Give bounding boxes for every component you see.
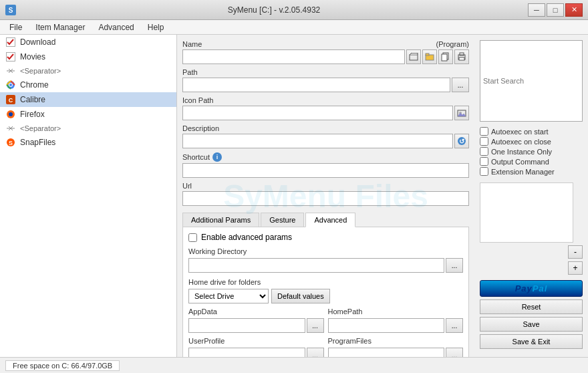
programfiles-browse-btn[interactable]: ... [446, 348, 463, 357]
homepath-input[interactable] [328, 318, 445, 333]
sidebar-item-calibre[interactable]: C Calibre [0, 92, 176, 107]
description-label: Description [182, 124, 469, 132]
select-drive[interactable]: Select Drive [188, 289, 269, 303]
menu-help[interactable]: Help [141, 21, 171, 33]
main-content: Download Movies <Separator> [0, 35, 588, 357]
url-label: Url [182, 182, 469, 190]
menu-item-manager[interactable]: Item Manager [29, 21, 92, 33]
menu-advanced[interactable]: Advanced [92, 21, 140, 33]
tab-advanced[interactable]: Advanced [305, 213, 355, 227]
working-dir-row: ... [188, 258, 463, 273]
autoexec-start-checkbox[interactable] [480, 127, 488, 136]
appdata-group: AppData ... [188, 307, 324, 333]
name-folder-icon-btn[interactable] [422, 49, 437, 64]
menu-file[interactable]: File [3, 21, 29, 33]
tab-additional-params[interactable]: Additional Params [182, 213, 259, 227]
appdata-input[interactable] [188, 318, 305, 333]
programfiles-group: ProgramFiles ... [328, 337, 464, 357]
working-dir-browse-btn[interactable]: ... [446, 258, 463, 273]
sidebar-label-movies: Movies [20, 52, 45, 61]
extension-manager-checkbox[interactable] [480, 167, 488, 176]
sidebar-separator-1: <Separator> [0, 64, 176, 78]
appdata-browse-btn[interactable]: ... [307, 318, 324, 333]
plus-btn[interactable]: + [568, 261, 583, 275]
one-instance-label: One Instance Only [491, 148, 552, 156]
output-command-checkbox[interactable] [480, 157, 488, 166]
description-input-row: ↺ [182, 134, 469, 148]
paypal-btn[interactable]: PayPal [480, 280, 583, 297]
svg-point-13 [9, 112, 13, 116]
output-command-option: Output Command [480, 157, 583, 166]
search-input[interactable] [480, 40, 583, 122]
userprofile-browse-btn[interactable]: ... [307, 348, 324, 357]
svg-rect-26 [459, 57, 464, 60]
reset-btn[interactable]: Reset [480, 299, 583, 314]
working-dir-input[interactable] [188, 258, 444, 273]
programfiles-label: ProgramFiles [328, 337, 464, 345]
programfiles-input-row: ... [328, 348, 464, 357]
svg-rect-21 [426, 53, 429, 55]
home-drive-section: Home drive for folders Select Drive Defa… [188, 278, 463, 303]
one-instance-checkbox[interactable] [480, 147, 488, 156]
sidebar-item-snapfiles[interactable]: S SnapFiles [0, 135, 176, 150]
tabs: Additional Params Gesture Advanced [182, 213, 469, 227]
sidebar-item-download[interactable]: Download [0, 35, 176, 49]
appdata-input-row: ... [188, 318, 324, 333]
extension-manager-option: Extension Manager [480, 167, 583, 176]
icon-path-input[interactable]: .\Icons\calibre.exe.ico [182, 106, 453, 120]
homepath-browse-btn[interactable]: ... [446, 318, 463, 333]
maximize-button[interactable]: □ [547, 3, 564, 17]
name-copy-icon-btn[interactable] [438, 49, 453, 64]
description-action-btn[interactable]: ↺ [454, 134, 469, 148]
window-controls: ─ □ ✕ [528, 3, 583, 17]
status-bar: Free space on C: 66.4/97.0GB [0, 357, 588, 373]
home-drive-label: Home drive for folders [188, 278, 463, 286]
save-btn[interactable]: Save [480, 317, 583, 332]
autoexec-close-checkbox[interactable] [480, 137, 488, 146]
sidebar-item-movies[interactable]: Movies [0, 49, 176, 64]
homepath-input-row: ... [328, 318, 464, 333]
icon-browse-btn[interactable] [454, 106, 469, 120]
center-panel: SyMenu Files Name (Program) Calibre [177, 35, 474, 357]
programfiles-input[interactable] [328, 348, 445, 357]
enable-advanced-row: Enable advanced params [188, 233, 463, 242]
url-row: Url [182, 182, 469, 206]
path-input[interactable]: ..\..\..\..\Program Files\Calibre2\calib… [182, 78, 450, 92]
name-input[interactable]: Calibre [182, 49, 405, 64]
autoexec-close-label: Autoexec on close [491, 138, 551, 146]
url-input[interactable] [182, 191, 469, 206]
save-exit-btn[interactable]: Save & Exit [480, 334, 583, 349]
sidebar-label-download: Download [20, 37, 55, 47]
description-row: Description ↺ [182, 124, 469, 148]
shortcut-input[interactable] [182, 163, 469, 178]
name-print-icon-btn[interactable] [454, 49, 469, 64]
description-input[interactable] [182, 134, 453, 148]
sidebar-item-chrome[interactable]: Chrome [0, 78, 176, 92]
name-file-icon-btn[interactable] [406, 49, 421, 64]
tab-content-advanced: Enable advanced params Working Directory… [182, 227, 469, 357]
status-text: Free space on C: 66.4/97.0GB [5, 360, 120, 371]
extension-manager-label: Extension Manager [491, 168, 555, 176]
svg-rect-19 [410, 55, 418, 60]
default-values-btn[interactable]: Default values [271, 289, 330, 303]
sidebar-item-firefox[interactable]: Firefox [0, 107, 176, 122]
path-browse-btn[interactable]: ... [452, 78, 469, 92]
chrome-icon [5, 80, 16, 90]
shortcut-row: Shortcut i [182, 152, 469, 178]
sidebar-label-chrome: Chrome [20, 80, 49, 90]
tab-gesture[interactable]: Gesture [261, 213, 304, 227]
paypal-pay-text: Pay [515, 283, 533, 293]
autoexec-start-label: Autoexec on start [491, 128, 549, 136]
minimize-button[interactable]: ─ [528, 3, 545, 17]
app-icon: S [5, 5, 16, 15]
sidebar-label-firefox: Firefox [20, 110, 45, 119]
minus-btn[interactable]: - [568, 245, 583, 259]
fields-grid: AppData ... HomePath ... UserPro [188, 307, 463, 357]
close-button[interactable]: ✕ [565, 3, 583, 17]
shortcut-label: Shortcut [182, 153, 210, 161]
userprofile-input-row: ... [188, 348, 324, 357]
userprofile-input[interactable] [188, 348, 305, 357]
enable-advanced-checkbox[interactable] [188, 233, 197, 242]
sidebar-label-sep1: <Separator> [20, 67, 61, 75]
autoexec-start-option: Autoexec on start [480, 127, 583, 136]
